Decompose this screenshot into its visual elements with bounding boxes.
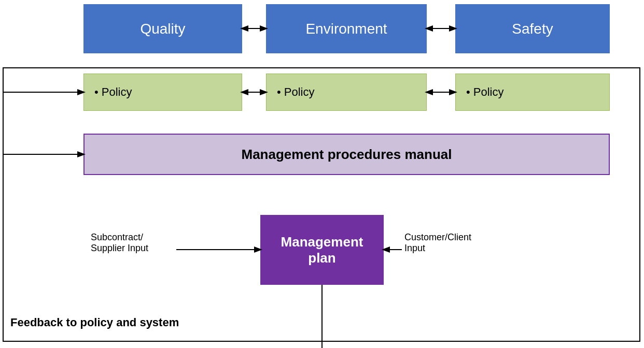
environment-box: Environment [266, 4, 427, 53]
subcontract-label: Subcontract/Supplier Input [91, 232, 174, 254]
feedback-label: Feedback to policy and system [10, 316, 179, 329]
customer-label: Customer/ClientInput [404, 232, 498, 254]
policy-box-2: • Policy [266, 74, 427, 111]
plan-label: Managementplan [281, 234, 363, 266]
policy-box-3: • Policy [455, 74, 610, 111]
policy3-label: • Policy [466, 85, 504, 99]
policy1-label: • Policy [94, 85, 132, 99]
safety-label: Safety [512, 21, 553, 37]
manual-label: Management procedures manual [242, 147, 452, 163]
environment-label: Environment [305, 21, 387, 37]
policy2-label: • Policy [277, 85, 315, 99]
diagram: Quality Environment Safety • Policy • Po… [0, 0, 644, 348]
quality-label: Quality [140, 21, 185, 37]
safety-box: Safety [455, 4, 610, 53]
manual-box: Management procedures manual [83, 134, 610, 175]
plan-box: Managementplan [260, 215, 384, 285]
policy-box-1: • Policy [83, 74, 242, 111]
quality-box: Quality [83, 4, 242, 53]
